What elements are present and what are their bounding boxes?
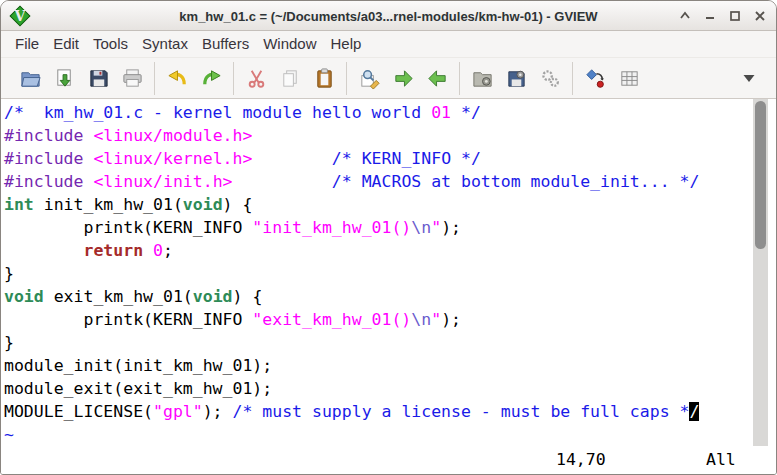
code-line: } [4, 262, 776, 285]
cut-icon[interactable] [239, 61, 273, 95]
scroll-indicator: All [706, 448, 736, 471]
open-icon[interactable] [13, 61, 47, 95]
code-line: #include <linux/kernel.h> /* KERN_INFO *… [4, 147, 776, 170]
toolbar-separator [154, 62, 155, 95]
code-line: } [4, 331, 776, 354]
menubar: File Edit Tools Syntax Buffers Window He… [1, 31, 776, 58]
statusline: 14,70 All [1, 448, 776, 471]
undo-icon[interactable] [160, 61, 194, 95]
redo-icon[interactable] [194, 61, 228, 95]
menu-file[interactable]: File [8, 31, 46, 57]
code-line: MODULE_LICENSE("gpl"); /* must supply a … [4, 400, 776, 423]
cursor-position: 14,70 [556, 448, 606, 471]
run-script-icon[interactable] [533, 61, 567, 95]
menu-help[interactable]: Help [324, 31, 369, 57]
close-icon[interactable] [749, 5, 770, 26]
maximize-icon[interactable] [724, 5, 745, 26]
vertical-scrollbar[interactable] [753, 99, 768, 446]
titlebar[interactable]: V km_hw_01.c = (~/Documents/a03...rnel-m… [1, 1, 776, 31]
build-tags-icon[interactable] [578, 61, 612, 95]
load-session-icon[interactable] [465, 61, 499, 95]
menu-tools[interactable]: Tools [86, 31, 135, 57]
menu-syntax[interactable]: Syntax [135, 31, 195, 57]
toolbar-separator [459, 62, 460, 95]
save-all-icon[interactable] [81, 61, 115, 95]
toolbar-separator [572, 62, 573, 95]
find-replace-icon[interactable] [352, 61, 386, 95]
code-line: return 0; [4, 239, 776, 262]
code-line: /* km_hw_01.c - kernel module hello worl… [4, 101, 776, 124]
copy-icon[interactable] [273, 61, 307, 95]
menu-edit[interactable]: Edit [46, 31, 86, 57]
tag-jump-icon[interactable] [612, 61, 646, 95]
menu-buffers[interactable]: Buffers [195, 31, 256, 57]
code-line: #include <linux/module.h> [4, 124, 776, 147]
code-line: printk(KERN_INFO "exit_km_hw_01()\n"); [4, 308, 776, 331]
code-line: ~ [4, 423, 776, 446]
find-next-icon[interactable] [386, 61, 420, 95]
save-icon[interactable] [47, 61, 81, 95]
text-cursor: / [689, 402, 699, 421]
scrollbar-thumb[interactable] [755, 101, 766, 249]
save-session-icon[interactable] [499, 61, 533, 95]
toolbar [1, 58, 776, 99]
code-line: void exit_km_hw_01(void) { [4, 285, 776, 308]
text-area[interactable]: /* km_hw_01.c - kernel module hello worl… [1, 99, 776, 474]
menu-window[interactable]: Window [256, 31, 323, 57]
code-line: int init_km_hw_01(void) { [4, 193, 776, 216]
toolbar-separator [346, 62, 347, 95]
code-line: #include <linux/init.h> /* MACROS at bot… [4, 170, 776, 193]
window-title: km_hw_01.c = (~/Documents/a03...rnel-mod… [1, 1, 776, 31]
code-line: module_init(init_km_hw_01); [4, 354, 776, 377]
toolbar-separator [233, 62, 234, 95]
code-line: module_exit(exit_km_hw_01); [4, 377, 776, 400]
code-buffer[interactable]: /* km_hw_01.c - kernel module hello worl… [1, 99, 776, 446]
toolbar-overflow-icon[interactable] [732, 61, 766, 95]
window-controls [674, 5, 770, 26]
shade-icon[interactable] [674, 5, 695, 26]
code-line: printk(KERN_INFO "init_km_hw_01()\n"); [4, 216, 776, 239]
minimize-icon[interactable] [699, 5, 720, 26]
gview-window: V km_hw_01.c = (~/Documents/a03...rnel-m… [0, 0, 777, 475]
find-previous-icon[interactable] [420, 61, 454, 95]
print-icon[interactable] [115, 61, 149, 95]
paste-icon[interactable] [307, 61, 341, 95]
